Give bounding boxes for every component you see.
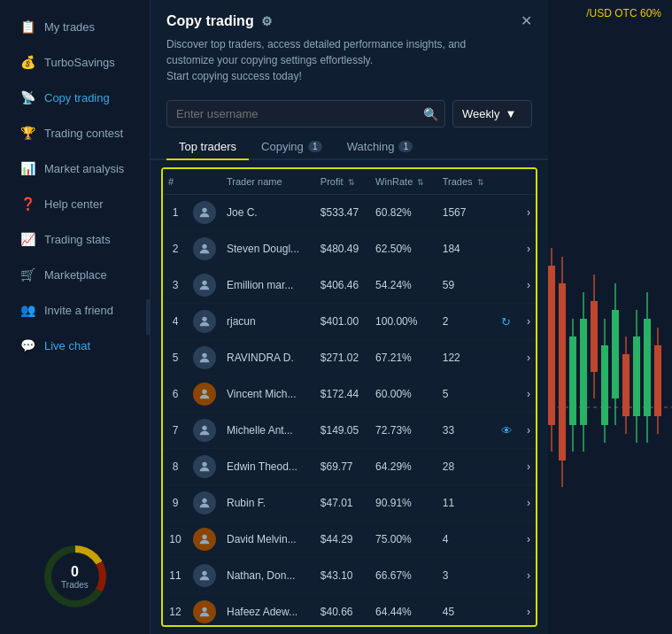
sidebar-item-trading-stats[interactable]: 📈 Trading stats	[5, 222, 144, 256]
avatar	[193, 201, 216, 224]
trader-rank: 6	[163, 376, 188, 413]
trader-chevron[interactable]: ›	[518, 449, 536, 485]
table-row[interactable]: 11 Nathan, Don... $43.10 66.67% 3 ›	[163, 558, 536, 594]
trader-winrate: 54.24%	[370, 267, 437, 304]
table-row[interactable]: 6 Vincent Mich... $172.44 60.00% 5 ›	[163, 376, 536, 413]
trader-profit: $43.10	[315, 558, 370, 594]
trader-avatar-cell	[188, 522, 221, 558]
sidebar-label-help-center: Help center	[44, 197, 103, 211]
trades-circle-inner: 0 Trades	[51, 553, 99, 600]
trader-trades: 5	[437, 376, 496, 413]
trader-trades: 1567	[437, 195, 496, 231]
table-row[interactable]: 12 Hafeez Adew... $40.66 64.44% 45 ›	[163, 594, 536, 628]
trader-avatar-cell	[188, 485, 221, 522]
trader-chevron[interactable]: ›	[518, 267, 536, 304]
sidebar-label-turbo-savings: TurboSavings	[44, 56, 115, 69]
table-row[interactable]: 5 RAVINDRA D. $271.02 67.21% 122 ›	[163, 340, 536, 376]
period-value: Weekly	[462, 107, 499, 120]
trader-extra-icon-cell: 👁	[496, 413, 518, 449]
table-row[interactable]: 7 Michelle Ant... $149.05 72.73% 33 👁 ›	[163, 413, 536, 449]
avatar	[193, 455, 216, 478]
sidebar-item-trading-contest[interactable]: 🏆 Trading contest	[5, 116, 144, 150]
sidebar-label-trading-contest: Trading contest	[44, 127, 123, 140]
trader-profit: $480.49	[315, 231, 370, 267]
trader-trades: 33	[437, 413, 496, 449]
trader-chevron[interactable]: ›	[518, 413, 536, 449]
period-chevron-icon: ▼	[505, 107, 516, 120]
period-select[interactable]: Weekly ▼	[452, 100, 532, 128]
trader-name: Emillion mar...	[221, 267, 315, 304]
trader-avatar-cell	[188, 267, 221, 304]
table-row[interactable]: 10 David Melvin... $44.29 75.00% 4 ›	[163, 522, 536, 558]
chart-area	[544, 0, 672, 634]
table-row[interactable]: 2 Steven Dougl... $480.49 62.50% 184 ›	[163, 231, 536, 267]
trader-winrate: 75.00%	[370, 522, 437, 558]
sidebar-item-invite-friend[interactable]: 👥 Invite a friend	[5, 293, 144, 327]
trades-label: Trades	[61, 580, 89, 590]
col-profit[interactable]: Profit ⇅	[315, 169, 370, 195]
trades-sort-icon: ⇅	[477, 178, 484, 187]
svg-rect-11	[580, 319, 587, 425]
svg-point-40	[202, 390, 206, 394]
sidebar-item-help-center[interactable]: ❓ Help center	[5, 187, 144, 220]
copy-trading-modal: Copy trading ⚙ ✕ Discover top traders, a…	[151, 0, 548, 634]
sidebar-item-copy-trading[interactable]: 📡 Copy trading	[5, 81, 144, 114]
trader-name: Michelle Ant...	[221, 413, 315, 449]
search-input-wrap: 🔍	[166, 100, 445, 128]
trader-chevron[interactable]: ›	[518, 558, 536, 594]
trader-name: Hafeez Adew...	[221, 594, 315, 628]
trader-chevron[interactable]: ›	[518, 195, 536, 231]
trader-avatar-cell	[188, 195, 221, 231]
sidebar-item-marketplace[interactable]: 🛒 Marketplace	[5, 258, 144, 291]
winrate-sort-icon: ⇅	[417, 178, 424, 187]
trader-profit: $406.46	[315, 267, 370, 304]
trader-chevron[interactable]: ›	[518, 522, 536, 558]
sidebar-label-market-analysis: Market analysis	[44, 162, 124, 175]
trader-rank: 10	[163, 522, 188, 558]
traders-table-container[interactable]: # Trader name Profit ⇅ WinRate ⇅ Trades …	[161, 167, 537, 627]
svg-rect-5	[559, 283, 566, 460]
search-input[interactable]	[166, 100, 445, 128]
trader-profit: $149.05	[315, 413, 370, 449]
gear-icon[interactable]: ⚙	[261, 14, 273, 28]
trader-extra-icon-cell	[496, 376, 518, 413]
trader-chevron[interactable]: ›	[518, 231, 536, 267]
tab-copying[interactable]: Copying 1	[249, 135, 335, 160]
table-row[interactable]: 1 Joe C. $533.47 60.82% 1567 ›	[163, 195, 536, 231]
trader-winrate: 62.50%	[370, 231, 437, 267]
modal-desc-text: Discover top traders, access detailed pe…	[166, 38, 466, 82]
trader-chevron[interactable]: ›	[518, 376, 536, 413]
trader-chevron[interactable]: ›	[518, 340, 536, 376]
table-header-row: # Trader name Profit ⇅ WinRate ⇅ Trades …	[163, 169, 536, 195]
avatar	[193, 237, 216, 260]
trader-name: Vincent Mich...	[221, 376, 315, 413]
table-row[interactable]: 9 Rubin F. $47.01 90.91% 11 ›	[163, 485, 536, 522]
col-rank: #	[163, 169, 188, 195]
trader-chevron[interactable]: ›	[518, 304, 536, 340]
trader-chevron[interactable]: ›	[518, 594, 536, 628]
table-row[interactable]: 4 rjacun $401.00 100.00% 2 ↻ ›	[163, 304, 536, 340]
sidebar-item-live-chat[interactable]: 💬 Live chat	[5, 329, 144, 362]
tab-top-traders[interactable]: Top traders	[166, 135, 249, 160]
sidebar-item-market-analysis[interactable]: 📊 Market analysis	[5, 151, 144, 185]
avatar	[193, 346, 216, 369]
sidebar-item-my-trades[interactable]: 📋 My trades	[5, 10, 144, 43]
trader-extra-icon-cell	[496, 558, 518, 594]
tab-watching[interactable]: Watching 1	[335, 135, 426, 160]
trader-name: Steven Dougl...	[221, 231, 315, 267]
trader-avatar-cell	[188, 413, 221, 449]
col-trades[interactable]: Trades ⇅	[437, 169, 496, 195]
table-row[interactable]: 3 Emillion mar... $406.46 54.24% 59 ›	[163, 267, 536, 304]
trader-avatar-cell	[188, 304, 221, 340]
trader-chevron[interactable]: ›	[518, 485, 536, 522]
sidebar-item-turbo-savings[interactable]: 💰 TurboSavings	[5, 45, 144, 79]
avatar	[193, 383, 216, 406]
trader-avatar-cell	[188, 449, 221, 485]
close-button[interactable]: ✕	[521, 12, 532, 29]
market-analysis-icon: 📊	[19, 160, 35, 176]
trader-extra-icon-cell	[496, 485, 518, 522]
col-winrate[interactable]: WinRate ⇅	[370, 169, 437, 195]
avatar	[193, 491, 216, 514]
table-row[interactable]: 8 Edwin Theod... $69.77 64.29% 28 ›	[163, 449, 536, 485]
trader-trades: 2	[437, 304, 496, 340]
